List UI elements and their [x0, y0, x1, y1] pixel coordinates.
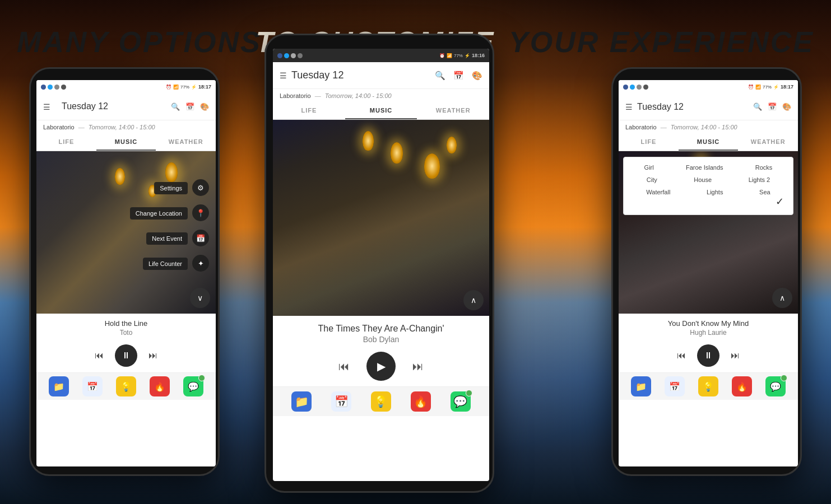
- search-icon-3[interactable]: 🔍: [753, 102, 762, 111]
- app-icon-light-3[interactable]: 💡: [698, 376, 718, 396]
- app-icon-cal-3[interactable]: 📅: [665, 376, 685, 396]
- tab-music-3[interactable]: MUSIC: [679, 134, 739, 151]
- location-icon[interactable]: 📍: [192, 204, 209, 221]
- lamp-2-4: [447, 137, 457, 153]
- theme-lights2[interactable]: Lights 2: [749, 176, 770, 183]
- search-icon-2[interactable]: 🔍: [435, 71, 445, 81]
- app-icon-fire-2[interactable]: 🔥: [411, 391, 431, 412]
- tab-weather-1[interactable]: WEATHER: [156, 134, 216, 151]
- expand-button-3[interactable]: ∧: [772, 288, 792, 308]
- counter-icon[interactable]: ✦: [192, 255, 209, 272]
- palette-icon[interactable]: 🎨: [200, 102, 209, 111]
- tab-music-2[interactable]: MUSIC: [345, 102, 417, 119]
- prev-button-1[interactable]: ⏮: [95, 351, 104, 361]
- theme-lights[interactable]: Lights: [707, 189, 723, 195]
- next-button-1[interactable]: ⏭: [148, 351, 157, 361]
- expand-button-2[interactable]: ∧: [463, 290, 484, 310]
- pause-button-3[interactable]: ⏸: [697, 344, 719, 367]
- phone-3-photo-area: Girl Faroe Islands Rocks City House Ligh…: [619, 151, 798, 314]
- app-icon-chat-1[interactable]: 💬: [183, 376, 203, 396]
- phone-2-title: Tuesday 12: [291, 69, 435, 81]
- event-icon[interactable]: 📅: [192, 230, 209, 246]
- phone-2-app-icons: 📁 📅 💡 🔥 💬: [273, 386, 489, 416]
- phone-1-status-icons-left: [41, 85, 66, 90]
- themes-row-2: City House Lights 2: [628, 176, 788, 183]
- yt-icon: [61, 85, 66, 90]
- change-location-menu-item[interactable]: Change Location: [130, 207, 188, 220]
- tab-weather-2[interactable]: WEATHER: [417, 102, 489, 119]
- themes-row-1: Girl Faroe Islands Rocks: [628, 164, 788, 171]
- hamburger-icon-2[interactable]: ☰: [280, 71, 287, 80]
- theme-rocks[interactable]: Rocks: [755, 164, 773, 171]
- palette-icon-2[interactable]: 🎨: [472, 71, 482, 81]
- app-icon-files-3[interactable]: 📁: [631, 376, 651, 396]
- phone-1-title: Tuesday 12: [55, 94, 171, 120]
- app-icon-chat-2[interactable]: 💬: [451, 391, 471, 412]
- ph-icon: [54, 85, 59, 90]
- app-icon-files-2[interactable]: 📁: [291, 391, 312, 412]
- theme-city[interactable]: City: [647, 176, 657, 183]
- theme-house[interactable]: House: [694, 176, 712, 183]
- phone-2-song-title: The Times They Are A-Changin': [273, 324, 489, 334]
- yt-icon-3: [643, 85, 648, 90]
- phone-1-subtitle: Laboratorio — Tomorrow, 14:00 - 15:00: [36, 120, 216, 134]
- app-icon-light-1[interactable]: 💡: [116, 376, 136, 396]
- app-icon-light-2[interactable]: 💡: [371, 391, 391, 412]
- app-icon-cal-1[interactable]: 📅: [82, 376, 103, 396]
- phone-1-time: 18:17: [198, 84, 211, 90]
- phone-2-subtitle: Laboratorio — Tomorrow, 14:00 - 15:00: [273, 89, 489, 102]
- battery-text-2: 77%: [454, 53, 463, 58]
- app-icon-chat-3[interactable]: 💬: [765, 376, 786, 396]
- prev-button-3[interactable]: ⏮: [677, 351, 686, 361]
- calendar-icon-2[interactable]: 📅: [453, 71, 464, 81]
- theme-check[interactable]: ✓: [628, 195, 788, 208]
- tab-life-1[interactable]: LIFE: [36, 134, 96, 151]
- tab-life-2[interactable]: LIFE: [273, 102, 345, 119]
- lightning-icon-2: ⚡: [465, 53, 470, 58]
- tab-life-3[interactable]: LIFE: [619, 134, 679, 151]
- phone-2-tabs: LIFE MUSIC WEATHER: [273, 102, 489, 120]
- calendar-icon-3[interactable]: 📅: [768, 102, 777, 111]
- phone-1-artist: Toto: [36, 329, 216, 337]
- phone-3-status-icons-right: ⏰ 📶 77% ⚡ 18:17: [748, 84, 793, 90]
- theme-girl[interactable]: Girl: [644, 164, 654, 171]
- phone-2-header-icons: 🔍 📅 🎨: [435, 71, 482, 81]
- expand-button-1[interactable]: ∨: [190, 288, 210, 308]
- next-button-3[interactable]: ⏭: [731, 351, 740, 361]
- app-icon-files-1[interactable]: 📁: [49, 376, 69, 396]
- next-button-2[interactable]: ⏭: [412, 360, 424, 373]
- settings-menu-item[interactable]: Settings: [154, 182, 188, 194]
- lamp-1: [115, 168, 125, 185]
- life-counter-menu-item[interactable]: Life Counter: [143, 258, 188, 270]
- phone-2-photo-area: ∧: [273, 120, 489, 316]
- hamburger-icon[interactable]: ☰: [43, 102, 50, 111]
- fb-icon-3: [623, 85, 628, 90]
- heading-left: MANY OPTIONS: [17, 25, 262, 59]
- next-event-menu-item[interactable]: Next Event: [146, 232, 188, 245]
- lamp-2-1: [363, 131, 374, 151]
- play-button-2[interactable]: ▶: [366, 352, 396, 381]
- theme-waterfall[interactable]: Waterfall: [646, 189, 670, 195]
- theme-faroe[interactable]: Faroe Islands: [686, 164, 723, 171]
- phone-3-app-icons: 📁 📅 💡 🔥 💬: [619, 372, 798, 400]
- app-icon-cal-2[interactable]: 📅: [331, 391, 351, 412]
- pause-button-1[interactable]: ⏸: [115, 344, 137, 367]
- prev-button-2[interactable]: ⏮: [338, 360, 350, 373]
- app-icon-fire-1[interactable]: 🔥: [150, 376, 170, 396]
- phone-3-song-title: You Don't Know My Mind: [619, 319, 798, 328]
- search-icon[interactable]: 🔍: [171, 102, 180, 111]
- phone-1-song-title: Hold the Line: [36, 319, 216, 328]
- yt-icon-2: [298, 53, 303, 58]
- calendar-icon[interactable]: 📅: [185, 102, 194, 111]
- hamburger-icon-3[interactable]: ☰: [625, 102, 633, 111]
- theme-sea[interactable]: Sea: [759, 189, 770, 195]
- lightning-icon-3: ⚡: [773, 85, 779, 90]
- tab-music-1[interactable]: MUSIC: [96, 134, 156, 151]
- tab-weather-3[interactable]: WEATHER: [738, 134, 798, 151]
- settings-icon[interactable]: ⚙: [192, 179, 209, 196]
- phone-3-event-time: Tomorrow, 14:00 - 15:00: [671, 124, 737, 130]
- app-icon-fire-3[interactable]: 🔥: [732, 376, 752, 396]
- lamp-2-3: [424, 153, 440, 179]
- palette-icon-3[interactable]: 🎨: [782, 102, 791, 111]
- phone-1-event-time: Tomorrow, 14:00 - 15:00: [89, 124, 155, 130]
